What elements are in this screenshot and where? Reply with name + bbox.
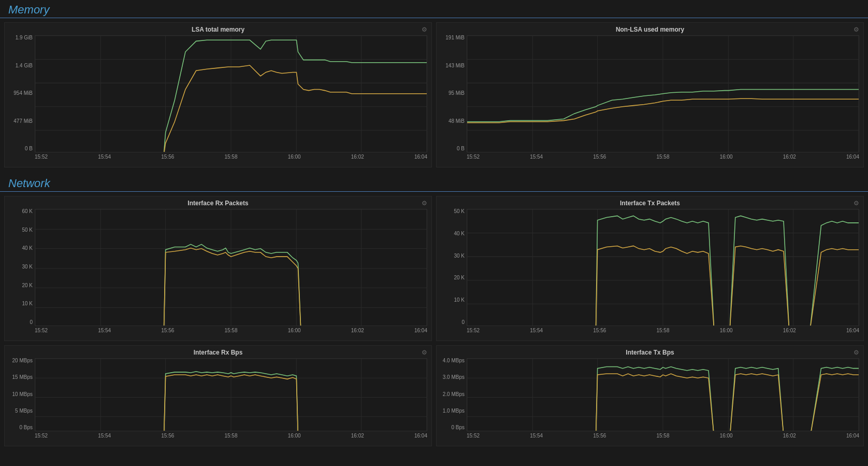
y-label: 191 MiB: [437, 35, 467, 40]
y-label: 2.0 MBps: [437, 392, 467, 397]
interface-tx-bps-gear-icon[interactable]: ⚙: [853, 349, 859, 356]
y-label: 50 K: [437, 209, 467, 214]
y-label: 10 K: [5, 301, 35, 306]
tx-packets-y-axis: 50 K 40 K 30 K 20 K 10 K 0: [437, 209, 467, 326]
y-label: 10 K: [437, 298, 467, 303]
interface-rx-bps-chart: Interface Rx Bps ⚙ 20 MBps 15 MBps 10 MB…: [4, 345, 432, 446]
lsa-total-memory-title: LSA total memory: [5, 23, 431, 35]
tx-bps-x-axis: 15:52 15:54 15:56 15:58 16:00 16:02 16:0…: [467, 431, 859, 444]
y-label: 1.9 GiB: [5, 35, 35, 40]
y-label: 48 MiB: [437, 119, 467, 124]
y-label: 30 K: [437, 253, 467, 259]
interface-rx-packets-chart: Interface Rx Packets ⚙ 60 K 50 K 40 K 30…: [4, 196, 432, 341]
lsa-total-memory-gear-icon[interactable]: ⚙: [422, 26, 427, 33]
interface-rx-bps-title: Interface Rx Bps: [5, 346, 431, 358]
y-label: 15 MBps: [5, 375, 35, 380]
lsa-total-memory-chart: LSA total memory ⚙ 1.9 GiB 1.4 GiB 954 M…: [4, 22, 432, 167]
non-lsa-used-memory-title: Non-LSA used memory: [437, 23, 863, 35]
interface-tx-packets-chart: Interface Tx Packets ⚙ 50 K 40 K 30 K 20…: [436, 196, 864, 341]
lsa-x-axis: 15:52 15:54 15:56 15:58 16:00 16:02 16:0…: [35, 152, 427, 165]
y-label: 0 Bps: [5, 425, 35, 430]
lsa-total-memory-svg: [35, 36, 427, 152]
memory-title: Memory: [8, 3, 49, 16]
network-section: Network Interface Rx Packets ⚙ 60 K 50 K…: [0, 174, 868, 450]
interface-rx-bps-gear-icon[interactable]: ⚙: [422, 349, 427, 356]
y-label: 60 K: [5, 209, 35, 214]
tx-bps-y-axis: 4.0 MBps 3.0 MBps 2.0 MBps 1.0 MBps 0 Bp…: [437, 358, 467, 431]
network-header: Network: [0, 174, 868, 192]
non-lsa-used-memory-chart: Non-LSA used memory ⚙ 191 MiB 143 MiB 95…: [436, 22, 864, 167]
rx-packets-svg: [35, 209, 427, 326]
y-label: 3.0 MBps: [437, 375, 467, 380]
y-label: 30 K: [5, 264, 35, 270]
non-lsa-x-axis: 15:52 15:54 15:56 15:58 16:00 16:02 16:0…: [467, 152, 859, 165]
y-label: 20 MBps: [5, 358, 35, 363]
y-label: 0 B: [5, 146, 35, 151]
y-label: 1.0 MBps: [437, 408, 467, 414]
y-label: 40 K: [437, 231, 467, 236]
interface-tx-bps-title: Interface Tx Bps: [437, 346, 863, 358]
y-label: 0 Bps: [437, 425, 467, 430]
network-charts-row-2: Interface Rx Bps ⚙ 20 MBps 15 MBps 10 MB…: [0, 345, 868, 450]
rx-packets-x-axis: 15:52 15:54 15:56 15:58 16:00 16:02 16:0…: [35, 326, 427, 338]
non-lsa-used-memory-svg: [467, 36, 859, 152]
y-label: 0: [437, 320, 467, 325]
y-label: 10 MBps: [5, 392, 35, 397]
y-label: 0 B: [437, 146, 467, 151]
y-label: 50 K: [5, 228, 35, 233]
y-label: 0: [5, 320, 35, 325]
network-title: Network: [8, 177, 50, 190]
y-label: 477 MiB: [5, 119, 35, 124]
memory-section: Memory LSA total memory ⚙ 1.9 GiB 1.4 Gi…: [0, 0, 868, 172]
rx-bps-y-axis: 20 MBps 15 MBps 10 MBps 5 MBps 0 Bps: [5, 358, 35, 431]
network-charts-row-1: Interface Rx Packets ⚙ 60 K 50 K 40 K 30…: [0, 196, 868, 345]
tx-packets-svg: [467, 209, 859, 326]
y-label: 20 K: [437, 275, 467, 280]
rx-bps-x-axis: 15:52 15:54 15:56 15:58 16:00 16:02 16:0…: [35, 431, 427, 444]
tx-packets-x-axis: 15:52 15:54 15:56 15:58 16:00 16:02 16:0…: [467, 326, 859, 338]
interface-tx-packets-title: Interface Tx Packets: [437, 196, 863, 209]
interface-rx-packets-title: Interface Rx Packets: [5, 196, 431, 209]
tx-bps-svg: [467, 359, 859, 431]
interface-tx-bps-chart: Interface Tx Bps ⚙ 4.0 MBps 3.0 MBps 2.0…: [436, 345, 864, 446]
rx-bps-svg: [35, 359, 427, 431]
rx-packets-y-axis: 60 K 50 K 40 K 30 K 20 K 10 K 0: [5, 209, 35, 326]
y-label: 143 MiB: [437, 63, 467, 68]
y-label: 20 K: [5, 283, 35, 288]
non-lsa-y-axis: 191 MiB 143 MiB 95 MiB 48 MiB 0 B: [437, 35, 467, 152]
non-lsa-used-memory-gear-icon[interactable]: ⚙: [853, 26, 859, 33]
y-label: 5 MBps: [5, 408, 35, 414]
y-label: 1.4 GiB: [5, 63, 35, 68]
memory-header: Memory: [0, 0, 868, 18]
memory-charts-row: LSA total memory ⚙ 1.9 GiB 1.4 GiB 954 M…: [0, 22, 868, 172]
y-label: 4.0 MBps: [437, 358, 467, 363]
lsa-y-axis: 1.9 GiB 1.4 GiB 954 MiB 477 MiB 0 B: [5, 35, 35, 152]
interface-tx-packets-gear-icon[interactable]: ⚙: [853, 200, 859, 207]
y-label: 954 MiB: [5, 91, 35, 96]
y-label: 95 MiB: [437, 91, 467, 96]
interface-rx-packets-gear-icon[interactable]: ⚙: [422, 200, 427, 207]
y-label: 40 K: [5, 246, 35, 251]
